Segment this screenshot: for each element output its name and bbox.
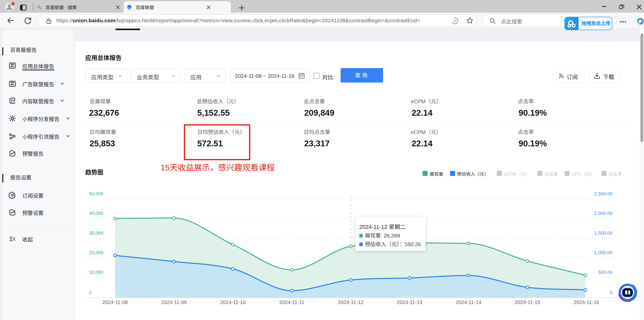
- svg-text:30,000: 30,000: [89, 230, 103, 236]
- svg-text:0: 0: [610, 290, 612, 295]
- svg-text:2024-11-16: 2024-11-16: [574, 299, 599, 305]
- svg-text:1,000.00: 1,000.00: [594, 250, 612, 255]
- svg-text:2024-11-12: 2024-11-12: [338, 299, 364, 305]
- svg-text:2024-11-13: 2024-11-13: [397, 299, 423, 305]
- svg-text:50,000: 50,000: [89, 191, 103, 196]
- svg-text:2024-11-15: 2024-11-15: [515, 299, 540, 305]
- svg-text:2024-11-08: 2024-11-08: [102, 299, 128, 305]
- svg-text:10,000: 10,000: [89, 270, 103, 275]
- svg-text:2,500.00: 2,500.00: [594, 191, 612, 196]
- svg-text:40,000: 40,000: [89, 211, 103, 216]
- svg-text:500.00: 500.00: [598, 270, 612, 275]
- svg-text:0: 0: [89, 290, 92, 295]
- svg-text:20,000: 20,000: [89, 250, 103, 255]
- svg-text:1,500.00: 1,500.00: [594, 230, 612, 236]
- svg-text:du: du: [128, 7, 131, 9]
- svg-text:2024-11-09: 2024-11-09: [161, 299, 187, 305]
- svg-text:2024-11-14: 2024-11-14: [456, 299, 481, 305]
- svg-text:2024-11-11: 2024-11-11: [279, 299, 304, 305]
- svg-text:2024-11-10: 2024-11-10: [220, 299, 246, 305]
- svg-text:2,000.00: 2,000.00: [594, 211, 612, 216]
